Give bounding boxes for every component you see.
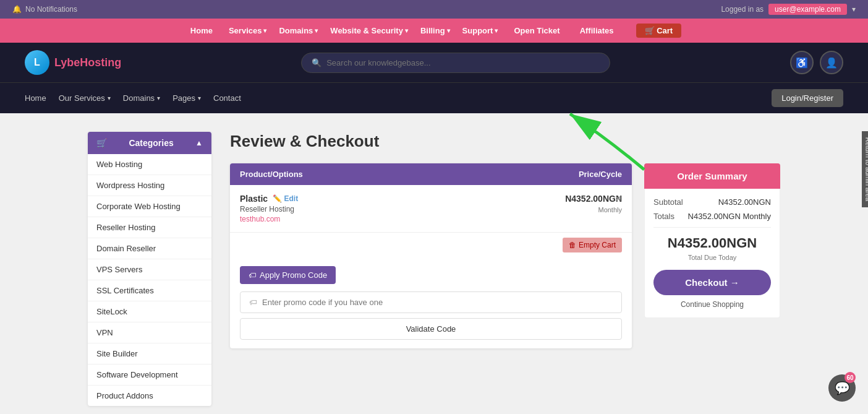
nav-domains[interactable]: Domains ▾ <box>123 93 160 103</box>
col-price-label: Price/Cycle <box>511 170 622 179</box>
main-content: Review & Checkout Product/Options Price/… <box>230 132 780 414</box>
sidebar-item-software-development[interactable]: Software Development <box>88 364 211 386</box>
promo-code-input[interactable] <box>262 298 613 307</box>
categories-section: 🛒 Categories ▲ Web Hosting Wordpress Hos… <box>88 132 211 406</box>
promo-input-row: 🏷 Validate Code <box>240 291 622 340</box>
accessibility-icon-button[interactable]: ♿ <box>790 51 814 74</box>
subtotal-label: Subtotal <box>653 197 683 207</box>
bell-icon: 🔔 <box>12 5 22 14</box>
domains-arrow-icon: ▾ <box>315 27 318 34</box>
cart-product-domain: testhub.com <box>240 215 511 223</box>
sidebar-item-web-hosting[interactable]: Web Hosting <box>88 154 211 175</box>
totals-row: Totals N4352.00NGN Monthly <box>653 212 771 221</box>
logo-icon: L <box>25 50 49 75</box>
sidebar-item-product-addons[interactable]: Product Addons <box>88 386 211 406</box>
header-icons: ♿ 👤 <box>790 51 843 74</box>
promo-section: 🏷 Apply Promo Code 🏷 Validate Code <box>230 257 632 348</box>
cart-actions-row: 🗑 Empty Cart <box>230 233 632 257</box>
search-icon: 🔍 <box>312 58 321 67</box>
nav-contact[interactable]: Contact <box>213 93 241 103</box>
sidebar-item-site-builder[interactable]: Site Builder <box>88 343 211 364</box>
logo-area: L LybeHosting <box>25 50 121 75</box>
chat-badge: 60 <box>845 372 856 383</box>
logged-in-label: Logged in as <box>721 5 764 14</box>
totals-label: Totals <box>653 212 674 221</box>
username-block[interactable]: user@example.com <box>768 4 847 15</box>
sidebar-item-reseller-hosting[interactable]: Reseller Hosting <box>88 217 211 238</box>
return-to-admin[interactable]: Return to admin area <box>862 131 868 207</box>
promo-input-wrapper: 🏷 <box>240 291 622 313</box>
apply-promo-button[interactable]: 🏷 Apply Promo Code <box>240 266 336 284</box>
our-services-arrow-icon: ▾ <box>108 95 111 101</box>
chat-widget[interactable]: 💬 60 <box>828 374 856 402</box>
admin-nav-affiliates[interactable]: Affiliates <box>576 24 618 38</box>
logo-text: LybeHosting <box>54 56 121 69</box>
nav-our-services[interactable]: Our Services ▾ <box>59 93 111 103</box>
empty-cart-button[interactable]: 🗑 Empty Cart <box>563 238 622 252</box>
sidebar-item-vpn[interactable]: VPN <box>88 322 211 343</box>
search-input[interactable] <box>326 58 600 67</box>
sidebar-item-sitelock[interactable]: SiteLock <box>88 301 211 322</box>
order-summary: Order Summary Subtotal N4352.00NGN Total… <box>644 163 780 318</box>
admin-nav-open-ticket[interactable]: Open Ticket <box>510 24 563 38</box>
search-bar[interactable]: 🔍 <box>301 53 610 73</box>
order-summary-wrapper: Order Summary Subtotal N4352.00NGN Total… <box>644 163 780 318</box>
login-register-button[interactable]: Login/Register <box>772 89 843 107</box>
order-summary-header: Order Summary <box>644 163 780 189</box>
billing-arrow-icon: ▾ <box>447 27 450 34</box>
cart-row-info: Plastic ✏️ Edit Reseller Hosting testhub… <box>240 194 511 223</box>
subtotal-value: N4352.00NGN <box>718 197 771 207</box>
sidebar-item-vps-servers[interactable]: VPS Servers <box>88 259 211 280</box>
table-row: Plastic ✏️ Edit Reseller Hosting testhub… <box>230 185 632 233</box>
tag-small-icon: 🏷 <box>249 298 257 307</box>
subtotal-row: Subtotal N4352.00NGN <box>653 197 771 207</box>
admin-nav: Home Services ▾ Domains ▾ Website & Secu… <box>0 19 868 43</box>
nav-home[interactable]: Home <box>25 93 46 103</box>
categories-chevron-icon: ▲ <box>195 139 203 147</box>
nav-pages[interactable]: Pages ▾ <box>172 93 201 103</box>
website-security-arrow-icon: ▾ <box>405 27 408 34</box>
sidebar-item-wordpress-hosting[interactable]: Wordpress Hosting <box>88 175 211 196</box>
secondary-nav-links: Home Our Services ▾ Domains ▾ Pages ▾ Co… <box>25 93 241 103</box>
cart-table-header: Product/Options Price/Cycle <box>230 163 632 185</box>
admin-nav-support[interactable]: Support ▾ <box>462 26 498 35</box>
notifications-label: No Notifications <box>25 5 77 14</box>
cart-cycle: Monthly <box>598 206 622 213</box>
tag-icon: 🏷 <box>249 271 256 280</box>
sidebar-item-ssl-certificates[interactable]: SSL Certificates <box>88 280 211 301</box>
page-title: Review & Checkout <box>230 132 780 151</box>
admin-nav-billing[interactable]: Billing ▾ <box>420 26 450 35</box>
categories-header: 🛒 Categories ▲ <box>88 132 211 154</box>
user-icon-button[interactable]: 👤 <box>820 51 843 74</box>
cart-icon: 🛒 <box>645 26 655 35</box>
summary-total: N4352.00NGN <box>653 235 771 251</box>
sidebar-item-domain-reseller[interactable]: Domain Reseller <box>88 238 211 259</box>
admin-nav-services[interactable]: Services ▾ <box>229 26 267 35</box>
main-header: L LybeHosting 🔍 ♿ 👤 <box>0 43 868 82</box>
sidebar-item-corporate-web-hosting[interactable]: Corporate Web Hosting <box>88 196 211 217</box>
trash-icon: 🗑 <box>569 241 576 249</box>
admin-nav-home[interactable]: Home <box>187 24 216 38</box>
top-bar-left: 🔔 No Notifications <box>12 5 77 14</box>
summary-divider <box>653 227 771 228</box>
order-summary-body: Subtotal N4352.00NGN Totals N4352.00NGN … <box>644 189 780 318</box>
remove-item-button[interactable]: ✕ <box>615 194 622 204</box>
checkout-button[interactable]: Checkout → <box>653 270 771 295</box>
admin-nav-website-security[interactable]: Website & Security ▾ <box>330 26 408 35</box>
secondary-nav: Home Our Services ▾ Domains ▾ Pages ▾ Co… <box>0 82 868 113</box>
cart-price: N4352.00NGN <box>565 194 622 204</box>
page-content: 🛒 Categories ▲ Web Hosting Wordpress Hos… <box>63 113 805 414</box>
totals-value: N4352.00NGN Monthly <box>688 212 771 221</box>
validate-code-button[interactable]: Validate Code <box>240 318 622 340</box>
continue-shopping-link[interactable]: Continue Shopping <box>653 300 771 309</box>
admin-nav-domains[interactable]: Domains ▾ <box>279 26 318 35</box>
top-bar: 🔔 No Notifications Logged in as user@exa… <box>0 0 868 19</box>
cart-button[interactable]: 🛒 Cart <box>636 24 682 38</box>
top-bar-right: Logged in as user@example.com ▾ <box>721 4 856 15</box>
nav-domains-arrow-icon: ▾ <box>157 95 160 101</box>
summary-total-label: Total Due Today <box>653 254 771 261</box>
cart-product-name: Plastic ✏️ Edit <box>240 194 511 204</box>
sidebar: 🛒 Categories ▲ Web Hosting Wordpress Hos… <box>88 132 211 414</box>
edit-link[interactable]: ✏️ Edit <box>273 194 298 203</box>
cart-product-type: Reseller Hosting <box>240 205 511 213</box>
